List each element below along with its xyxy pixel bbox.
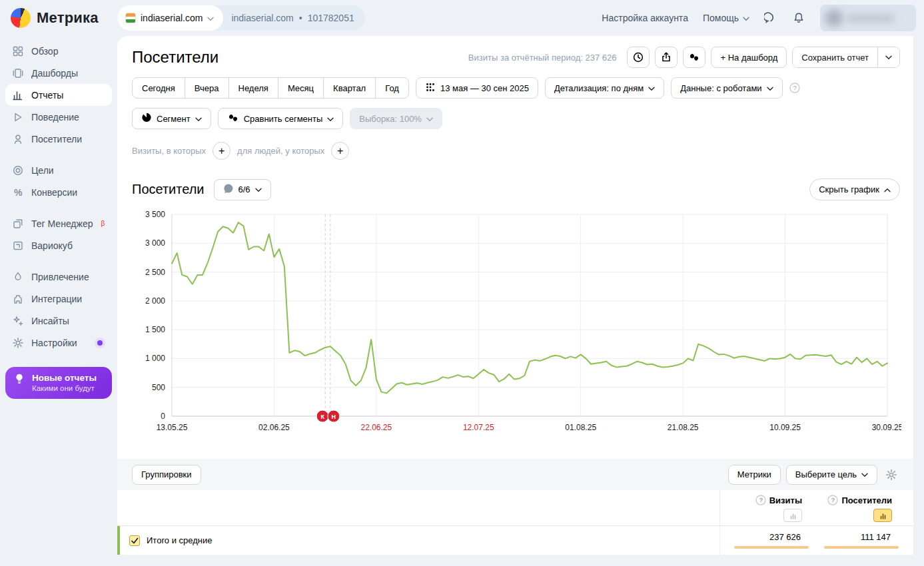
x-tick-label: 22.06.25 bbox=[360, 423, 392, 432]
x-tick-label: 10.09.25 bbox=[769, 423, 801, 432]
counter-meta[interactable]: indiaserial.com • 101782051 bbox=[223, 13, 364, 23]
choose-goal-dropdown[interactable]: Выберите цель bbox=[786, 465, 877, 485]
sidebar-item-вариокуб[interactable]: Вариокуб bbox=[5, 234, 112, 256]
sidebar-item-label: Дашборды bbox=[31, 68, 78, 79]
period-год[interactable]: Год bbox=[375, 77, 409, 99]
totals-checkbox[interactable] bbox=[129, 535, 140, 546]
sidebar: ОбзорДашбордыОтчетыПоведениеПосетителиЦе… bbox=[0, 36, 117, 566]
visits-period-summary: Визиты за отчётный период: 237 626 bbox=[468, 53, 617, 63]
report-header-actions: Визиты за отчётный период: 237 626 + На … bbox=[468, 47, 900, 68]
svg-text:2 000: 2 000 bbox=[145, 296, 165, 306]
hide-chart-button[interactable]: Скрыть график bbox=[809, 178, 900, 200]
attraction-flame-icon bbox=[12, 271, 24, 283]
sidebar-item-label: Привлечение bbox=[31, 272, 89, 282]
period-неделя[interactable]: Неделя bbox=[229, 77, 278, 99]
help-question-icon[interactable]: ? bbox=[789, 83, 800, 93]
sidebar-item-label: Вариокуб bbox=[31, 240, 73, 251]
user-account-menu[interactable] bbox=[820, 5, 916, 31]
chart-annotation-badge[interactable]: К bbox=[316, 410, 328, 422]
counter-selector: indiaserial.com indiaserial.com • 101782… bbox=[117, 5, 365, 31]
beta-badge: β bbox=[101, 220, 105, 227]
account-settings-link[interactable]: Настройка аккаунта bbox=[602, 13, 688, 23]
counter-domain: indiaserial.com bbox=[231, 13, 293, 23]
add-people-condition-button[interactable]: + bbox=[331, 142, 349, 160]
metric-column-header: ?Посетители bbox=[810, 490, 900, 525]
metrica-logo-icon bbox=[11, 8, 31, 28]
chart-annotation-badge[interactable]: Н bbox=[328, 410, 340, 422]
save-report-caret[interactable] bbox=[877, 47, 899, 67]
avatar bbox=[825, 9, 843, 27]
sidebar-item-привлечение[interactable]: Привлечение bbox=[5, 266, 112, 288]
svg-text:0: 0 bbox=[161, 412, 165, 421]
metric-column-label: Визиты bbox=[769, 495, 802, 505]
compare-segments-dropdown[interactable]: Сравнить сегменты bbox=[218, 108, 344, 129]
sidebar-item-label: Поведение bbox=[31, 112, 79, 123]
svg-text:Н: Н bbox=[332, 414, 336, 420]
visits-condition-label: Визиты, в которых bbox=[132, 146, 206, 156]
chart-metrics-dropdown[interactable]: 6/6 bbox=[214, 179, 271, 200]
lightbulb-icon bbox=[13, 373, 25, 385]
comment-bubble-icon bbox=[223, 183, 234, 196]
metric-chart-toggle[interactable] bbox=[783, 509, 802, 522]
save-report-button[interactable]: Сохранить отчет bbox=[793, 47, 877, 67]
period-вчера[interactable]: Вчера bbox=[185, 77, 229, 99]
notifications-bell-icon[interactable] bbox=[792, 11, 805, 25]
choose-goal-label: Выберите цель bbox=[795, 469, 857, 479]
sidebar-item-цели[interactable]: Цели bbox=[5, 159, 112, 181]
table-settings-gear-icon[interactable] bbox=[883, 466, 900, 483]
sidebar-item-посетители[interactable]: Посетители bbox=[5, 128, 112, 150]
line-chart-svg[interactable]: 05001 0001 5002 0002 5003 0003 50013.05.… bbox=[132, 206, 901, 439]
segment-dropdown[interactable]: Сегмент bbox=[132, 108, 211, 129]
sidebar-item-настройки[interactable]: Настройки bbox=[5, 332, 112, 354]
sidebar-item-интеграции[interactable]: Интеграции bbox=[5, 288, 112, 310]
metrics-button[interactable]: Метрики bbox=[728, 465, 781, 485]
sidebar-item-обзор[interactable]: Обзор bbox=[5, 40, 112, 62]
settings-gear-icon bbox=[12, 337, 24, 349]
sidebar-item-инсайты[interactable]: Инсайты bbox=[5, 310, 112, 332]
sidebar-item-конверсии[interactable]: %Конверсии bbox=[5, 181, 112, 203]
period-квартал[interactable]: Квартал bbox=[323, 77, 376, 99]
sidebar-item-дашборды[interactable]: Дашборды bbox=[5, 62, 112, 84]
counter-id: 101782051 bbox=[308, 13, 354, 23]
period-сегодня[interactable]: Сегодня bbox=[132, 77, 185, 99]
metric-help-icon[interactable]: ? bbox=[755, 495, 766, 505]
sidebar-item-тег-менеджер[interactable]: Тег Менеджерβ bbox=[5, 212, 112, 234]
export-button[interactable] bbox=[655, 47, 678, 68]
user-account-blurred bbox=[820, 5, 916, 31]
sidebar-item-поведение[interactable]: Поведение bbox=[5, 106, 112, 128]
chart-header: Посетители 6/6 Скрыть график bbox=[117, 178, 913, 200]
metric-chart-toggle[interactable] bbox=[873, 509, 892, 522]
add-to-dashboard-button[interactable]: + На дашборд bbox=[711, 47, 787, 68]
counter-dropdown[interactable]: indiaserial.com bbox=[117, 5, 223, 31]
metric-help-icon[interactable]: ? bbox=[827, 495, 838, 505]
date-range-label: 13 мая — 30 сен 2025 bbox=[440, 83, 529, 93]
chevron-down-icon bbox=[861, 469, 868, 479]
period-месяц[interactable]: Месяц bbox=[278, 77, 324, 99]
x-tick-label: 21.08.25 bbox=[668, 423, 699, 432]
sidebar-item-отчеты[interactable]: Отчеты bbox=[5, 84, 112, 106]
promo-subtitle: Какими они будут bbox=[32, 384, 97, 392]
help-menu[interactable]: Помощь bbox=[703, 13, 749, 23]
visitors-line-chart[interactable]: 05001 0001 5002 0002 5003 0003 50013.05.… bbox=[117, 206, 913, 441]
feedback-chat-icon[interactable] bbox=[764, 11, 777, 25]
data-mode-dropdown[interactable]: Данные: с роботами bbox=[671, 77, 782, 99]
x-tick-label: 30.09.25 bbox=[872, 423, 901, 432]
x-tick-label: 13.05.25 bbox=[157, 423, 188, 432]
segment-label: Сегмент bbox=[157, 114, 191, 124]
svg-text:1 000: 1 000 bbox=[145, 354, 165, 363]
history-clock-button[interactable] bbox=[627, 47, 650, 68]
date-range-picker[interactable]: 13 мая — 30 сен 2025 bbox=[416, 77, 538, 99]
help-label: Помощь bbox=[703, 13, 739, 23]
metrics-counter: 6/6 bbox=[238, 184, 250, 194]
svg-text:?: ? bbox=[759, 496, 763, 503]
add-visit-condition-button[interactable]: + bbox=[213, 142, 231, 160]
metrica-api-button[interactable] bbox=[683, 47, 705, 68]
new-reports-promo-banner[interactable]: Новые отчеты Какими они будут bbox=[5, 367, 112, 399]
x-tick-label: 02.06.25 bbox=[258, 423, 290, 432]
detalization-dropdown[interactable]: Детализация: по дням bbox=[545, 77, 664, 99]
sampling-dropdown[interactable]: Выборка: 100% bbox=[350, 108, 442, 129]
metric-column-label: Посетители bbox=[841, 495, 892, 505]
groupings-button[interactable]: Группировки bbox=[132, 465, 201, 485]
metrica-logo[interactable]: Метрика bbox=[0, 8, 117, 28]
user-name-redacted bbox=[847, 15, 894, 21]
